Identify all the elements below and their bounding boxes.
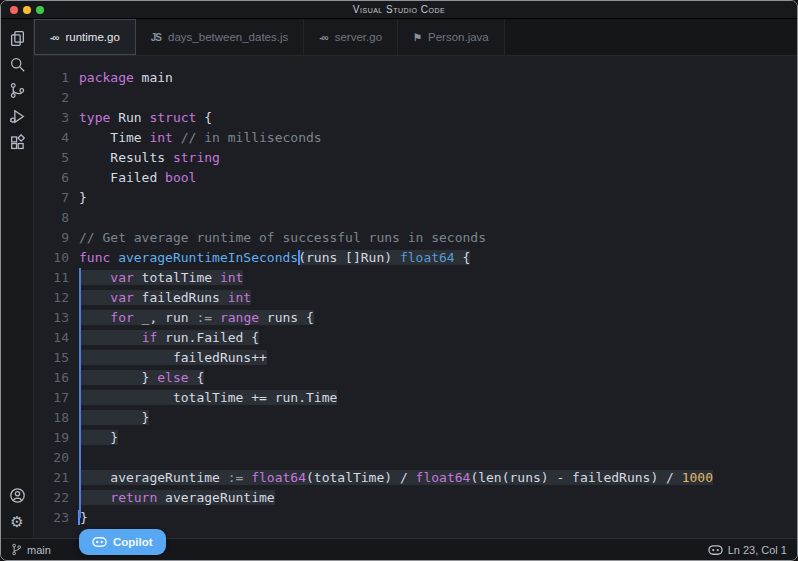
selection-highlight: }	[79, 430, 118, 445]
branch-indicator[interactable]: main	[11, 543, 51, 556]
selection-highlight: for _, run := range runs {	[79, 310, 314, 325]
activity-bar: ⚙	[1, 19, 34, 538]
code-line-10[interactable]: 10func averageRuntimeInSeconds(runs []Ru…	[34, 248, 797, 268]
line-number: 7	[34, 188, 79, 208]
tab-label: server.go	[335, 31, 382, 43]
vscode-window: Visual Studio Code	[0, 0, 798, 561]
copilot-status-icon	[708, 544, 723, 556]
tab-bar: -∞runtime.goJSdays_between_dates.js-∞ser…	[34, 19, 797, 56]
line-number: 14	[34, 328, 79, 348]
code-line-5[interactable]: 5 Results string	[34, 148, 797, 168]
extensions-icon[interactable]	[5, 129, 29, 155]
tab-runtime.go[interactable]: -∞runtime.go	[34, 19, 136, 55]
explorer-icon[interactable]	[5, 25, 29, 51]
tab-server.go[interactable]: -∞server.go	[304, 19, 398, 55]
code-line-1[interactable]: 1package main	[34, 68, 797, 88]
tab-label: Person.java	[428, 31, 489, 43]
line-number: 20	[34, 448, 79, 468]
line-number: 10	[34, 248, 79, 268]
account-icon[interactable]	[5, 482, 29, 508]
line-number: 11	[34, 268, 79, 288]
line-number: 19	[34, 428, 79, 448]
minimize-window-button[interactable]	[23, 6, 31, 14]
line-number: 21	[34, 468, 79, 488]
code-line-16[interactable]: 16 } else {	[34, 368, 797, 388]
line-number: 3	[34, 108, 79, 128]
line-number: 1	[34, 68, 79, 88]
selection-highlight: var totalTime int	[79, 270, 243, 285]
line-number: 2	[34, 88, 79, 108]
go-file-icon: -∞	[319, 32, 327, 43]
line-number: 22	[34, 488, 79, 508]
code-line-6[interactable]: 6 Failed bool	[34, 168, 797, 188]
code-line-19[interactable]: 19 }	[34, 428, 797, 448]
selection-highlight: if run.Failed {	[79, 330, 259, 345]
branch-label: main	[27, 544, 51, 556]
editor-column: -∞runtime.goJSdays_between_dates.js-∞ser…	[34, 19, 797, 538]
tab-days_between_dates.js[interactable]: JSdays_between_dates.js	[136, 19, 304, 55]
line-number: 23	[34, 508, 79, 528]
go-file-icon: -∞	[50, 32, 58, 43]
line-number: 8	[34, 208, 79, 228]
line-number: 17	[34, 388, 79, 408]
selection-highlight: var failedRuns int	[79, 290, 251, 305]
js-file-icon: JS	[151, 32, 161, 43]
cursor-position-indicator[interactable]: Ln 23, Col 1	[708, 544, 787, 556]
copilot-button[interactable]: Copilot	[79, 529, 166, 555]
selection-highlight: (runs []Run) float64 {	[298, 250, 470, 265]
code-line-22[interactable]: 22 return averageRuntime	[34, 488, 797, 508]
line-number: 9	[34, 228, 79, 248]
tab-label: days_between_dates.js	[168, 31, 288, 43]
cursor-position-label: Ln 23, Col 1	[728, 544, 787, 556]
code-line-2[interactable]: 2	[34, 88, 797, 108]
close-window-button[interactable]	[10, 6, 18, 14]
code-line-23[interactable]: 23}	[34, 508, 797, 528]
source-control-icon[interactable]	[5, 77, 29, 103]
line-number: 13	[34, 308, 79, 328]
copilot-button-label: Copilot	[113, 536, 153, 548]
title-bar: Visual Studio Code	[1, 1, 797, 19]
code-line-18[interactable]: 18 }	[34, 408, 797, 428]
active-indent-guide	[79, 268, 81, 518]
run-debug-icon[interactable]	[5, 103, 29, 129]
code-line-12[interactable]: 12 var failedRuns int	[34, 288, 797, 308]
copilot-icon	[92, 536, 107, 548]
code-line-14[interactable]: 14 if run.Failed {	[34, 328, 797, 348]
settings-gear-icon[interactable]: ⚙	[5, 508, 29, 534]
selection-highlight: averageRuntime := float64(totalTime) / f…	[79, 470, 713, 485]
selection-highlight: return averageRuntime	[79, 490, 275, 505]
line-number: 18	[34, 408, 79, 428]
zoom-window-button[interactable]	[36, 6, 44, 14]
java-file-icon: ⚑	[413, 32, 421, 43]
code-line-11[interactable]: 11 var totalTime int	[34, 268, 797, 288]
code-line-17[interactable]: 17 totalTime += run.Time	[34, 388, 797, 408]
selection-highlight: totalTime += run.Time	[79, 390, 337, 405]
code-line-7[interactable]: 7}	[34, 188, 797, 208]
code-line-4[interactable]: 4 Time int // in milliseconds	[34, 128, 797, 148]
code-area[interactable]: 1package main23type Run struct {4 Time i…	[34, 56, 797, 538]
code-line-9[interactable]: 9// Get average runtime of successful ru…	[34, 228, 797, 248]
line-number: 16	[34, 368, 79, 388]
code-line-15[interactable]: 15 failedRuns++	[34, 348, 797, 368]
selection-highlight: } else {	[79, 370, 204, 385]
line-number: 15	[34, 348, 79, 368]
selection-highlight: }	[79, 410, 149, 425]
code-line-3[interactable]: 3type Run struct {	[34, 108, 797, 128]
git-branch-icon	[11, 543, 22, 556]
code-line-8[interactable]: 8	[34, 208, 797, 228]
window-title: Visual Studio Code	[353, 4, 445, 15]
search-icon[interactable]	[5, 51, 29, 77]
tab-label: runtime.go	[65, 31, 119, 43]
code-line-20[interactable]: 20	[34, 448, 797, 468]
traffic-lights	[10, 6, 44, 14]
code-line-21[interactable]: 21 averageRuntime := float64(totalTime) …	[34, 468, 797, 488]
editor[interactable]: 1package main23type Run struct {4 Time i…	[34, 56, 797, 538]
line-number: 12	[34, 288, 79, 308]
selection-highlight: failedRuns++	[79, 350, 267, 365]
code-line-13[interactable]: 13 for _, run := range runs {	[34, 308, 797, 328]
line-number: 5	[34, 148, 79, 168]
line-number: 6	[34, 168, 79, 188]
main-row: ⚙ -∞runtime.goJSdays_between_dates.js-∞s…	[1, 19, 797, 538]
line-number: 4	[34, 128, 79, 148]
tab-Person.java[interactable]: ⚑Person.java	[398, 19, 505, 55]
